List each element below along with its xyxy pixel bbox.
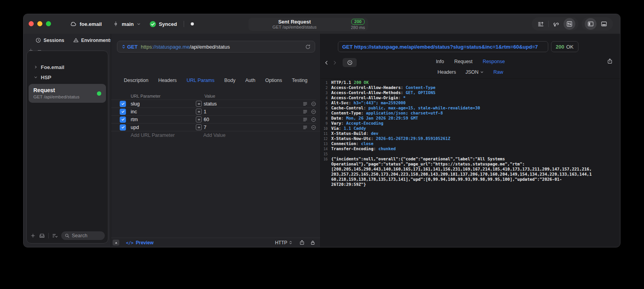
tab-body[interactable]: Body [224, 78, 235, 83]
param-name-input[interactable]: slug [131, 101, 196, 107]
preview-button[interactable]: </> Preview [126, 240, 153, 245]
add-value-button[interactable]: Add Value [203, 133, 226, 138]
add-param-row: Add URL Parameter Add Value [111, 131, 320, 139]
param-value-input[interactable]: status [204, 101, 303, 107]
tab-options[interactable]: Options [265, 78, 282, 83]
method-stepper-icon[interactable] [121, 44, 126, 49]
header-value: dev [371, 131, 378, 136]
request-url-bar[interactable]: GET https://statuspage.me/api/embed/stat… [117, 41, 315, 53]
sort-filter-icon[interactable] [52, 233, 58, 239]
project-name[interactable]: foe.email [80, 21, 102, 27]
footer-divider [48, 233, 49, 238]
value-options-icon[interactable] [303, 117, 308, 122]
line-number: 2 [322, 85, 328, 90]
close-window-button[interactable] [29, 21, 34, 26]
url-host[interactable]: ://statuspage.me [152, 44, 190, 50]
subtab-raw[interactable]: Raw [493, 69, 503, 75]
header-name: Date [331, 116, 346, 121]
method-label[interactable]: GET [127, 44, 138, 50]
value-options-icon[interactable] [303, 101, 308, 106]
request-item-title: Request [33, 87, 101, 93]
equals-icon [196, 124, 202, 130]
new-group-icon[interactable] [39, 233, 45, 239]
param-row: upd 7 [111, 123, 316, 131]
param-checkbox[interactable] [120, 116, 126, 123]
search-placeholder: Search [72, 233, 88, 238]
tree-group-label: HSP [41, 75, 51, 80]
tab-request[interactable]: Request [454, 59, 473, 64]
share-icon[interactable] [299, 240, 305, 245]
header-value: application/json; charset=utf-8 [366, 111, 443, 116]
sync-loop-icon[interactable] [550, 18, 562, 30]
header-name: Access-Control-Allow-Headers [331, 85, 406, 90]
param-name-input[interactable]: upd [131, 125, 196, 130]
line-number: 15 [322, 151, 328, 156]
search-input[interactable]: Search [61, 231, 105, 240]
remove-param-icon[interactable] [311, 101, 316, 107]
param-checkbox[interactable] [120, 101, 126, 107]
param-checkbox[interactable] [120, 124, 126, 131]
tab-response[interactable]: Response [483, 59, 505, 64]
new-request-icon[interactable] [30, 233, 36, 238]
http-protocol: HTTP/1.1 [331, 80, 351, 85]
tree-group-foe-email[interactable]: Foe.email [27, 62, 108, 72]
sent-request-line[interactable]: GET https://statuspage.me/api/embed/stat… [338, 41, 548, 52]
header-value: close [361, 141, 374, 146]
tab-headers[interactable]: Headers [158, 78, 177, 83]
sent-request-pill[interactable]: Sent Request GET /api/embed/status 200 2… [248, 18, 368, 31]
toggle-bottom-panel-icon[interactable] [598, 18, 610, 30]
tab-sessions[interactable]: Sessions [35, 37, 64, 43]
value-options-icon[interactable] [303, 109, 308, 114]
resend-icon[interactable] [305, 44, 311, 50]
header-name: Access-Control-Allow-Origin [331, 95, 403, 100]
lock-icon[interactable] [310, 240, 316, 245]
header-name: X-Status-Now-Utc [331, 136, 376, 141]
expand-console-icon[interactable] [113, 240, 119, 245]
tab-description[interactable]: Description [124, 78, 149, 83]
value-options-icon[interactable] [303, 125, 308, 130]
header-value: Accept-Encoding [346, 121, 383, 126]
param-value-input[interactable]: 60 [204, 117, 303, 122]
send-receive-icon[interactable] [564, 18, 575, 30]
col-url-parameter: URL Parameter [131, 94, 204, 98]
tab-environments[interactable]: Environments [73, 37, 113, 43]
chevron-down-icon[interactable] [137, 22, 141, 26]
request-list-item-selected[interactable]: Request GET /api/embed/status [29, 84, 106, 103]
url-path[interactable]: /api/embed/status [190, 44, 230, 50]
subtab-json[interactable]: JSON [465, 69, 484, 75]
remove-param-icon[interactable] [311, 117, 316, 122]
subtab-headers[interactable]: Headers [438, 69, 456, 75]
param-checkbox[interactable] [120, 109, 126, 115]
add-url-parameter-button[interactable]: Add URL Parameter [131, 133, 203, 138]
header-value: chunked [378, 146, 396, 151]
param-value-input[interactable]: 7 [204, 125, 303, 130]
response-body-line: 16 {"incidents":null,"overall":{"code":"… [322, 156, 617, 187]
header-value: Mon, 26 Jan 2026 20:29:59 GMT [346, 116, 418, 121]
protocol-select[interactable]: HTTP [275, 240, 294, 245]
request-tree: Foe.email HSP Request GET /api/embed/sta… [27, 51, 108, 103]
remove-param-icon[interactable] [311, 125, 316, 130]
response-status-text: OK [566, 44, 574, 50]
param-name-input[interactable]: rtm [131, 117, 196, 122]
response-header-line: 11X-Status-Builddev [322, 131, 617, 136]
export-response-icon[interactable] [607, 58, 613, 64]
minimize-window-button[interactable] [37, 21, 42, 26]
branch-name[interactable]: main [122, 21, 133, 27]
param-name-input[interactable]: inc [131, 109, 196, 115]
tab-url-params[interactable]: URL Params [186, 78, 214, 83]
tab-auth[interactable]: Auth [245, 78, 255, 83]
tab-info[interactable]: Info [436, 59, 444, 64]
zoom-window-button[interactable] [46, 21, 51, 26]
header-value: public, max-age=15, stale-while-revalida… [369, 105, 480, 111]
clock-icon [35, 37, 41, 43]
export-list-icon[interactable] [535, 18, 547, 30]
url-scheme[interactable]: https [141, 44, 152, 50]
traffic-lights [29, 21, 51, 26]
tab-testing[interactable]: Testing [292, 78, 308, 83]
toggle-left-sidebar-icon[interactable] [585, 18, 597, 30]
remove-param-icon[interactable] [311, 109, 316, 115]
sync-status-label: Synced [159, 21, 177, 27]
param-value-input[interactable]: 1 [204, 109, 303, 115]
line-number: 3 [322, 90, 328, 95]
tree-group-hsp[interactable]: HSP [27, 72, 108, 82]
